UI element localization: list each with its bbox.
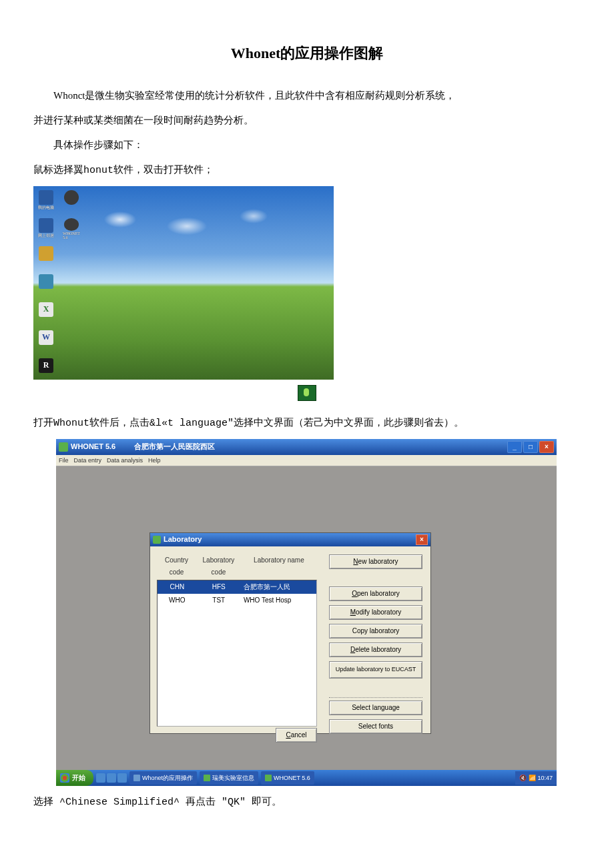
desktop-icon[interactable]: 网上邻居 [37, 218, 55, 240]
app-icon [59, 442, 68, 452]
page-title: Whonet的应用操作图解 [33, 40, 581, 67]
whonet-program-icon [298, 385, 316, 401]
desktop-icon[interactable] [37, 246, 55, 268]
select-fonts-button[interactable]: Select fonts [329, 719, 422, 734]
col-lab-name: Laboratory name [241, 553, 317, 580]
quicklaunch-icon[interactable] [107, 773, 116, 783]
dialog-titlebar: Laboratory × [150, 533, 430, 546]
dialog-close-button[interactable]: × [416, 534, 428, 545]
desktop-icons-column: 我的电脑 网上邻居 X W R [37, 190, 55, 380]
desktop-icon[interactable] [63, 190, 80, 211]
dialog-buttons: New laboratory Open laboratory Modify la… [329, 553, 422, 743]
desktop-icon[interactable]: 我的电脑 [37, 190, 55, 211]
desktop-icon[interactable] [37, 274, 55, 296]
close-button[interactable]: × [539, 441, 554, 453]
desktop-icon-word[interactable]: W [37, 330, 55, 352]
taskbar: 开始 Whonet的应用操作 瑞美实验室信息 WHONET 5.6 🔇 📶 10… [56, 770, 557, 786]
menubar: File Data entry Data analysis Help [56, 455, 557, 466]
col-country-code: Country code [157, 553, 196, 580]
desktop-icon-r[interactable]: R [37, 358, 55, 380]
dialog-icon [153, 536, 161, 544]
app-title: WHONET 5.6 [71, 440, 115, 454]
laboratory-list[interactable]: CHN HFS 合肥市第一人民 WHO TST WHO Test Hosp [157, 580, 317, 727]
delete-laboratory-button[interactable]: Delete laboratory [329, 642, 422, 657]
desktop-icon-whonet[interactable]: WHONET 5.6 [63, 218, 80, 240]
menu-data-analysis[interactable]: Data analysis [107, 455, 143, 466]
sky-clouds [87, 199, 287, 253]
desktop-icon-excel[interactable]: X [37, 302, 55, 324]
taskbar-item[interactable]: 瑞美实验室信息 [200, 771, 258, 785]
intro-paragraph-2: 并进行某种或某类细菌在一段时间耐药趋势分析。 [33, 111, 581, 129]
tray-icons: 🔇 📶 [519, 775, 537, 781]
minimize-button[interactable]: _ [507, 441, 522, 453]
step-3: 选择 ^Chinese Simplified^ 再点击 "QK" 即可。 [33, 793, 581, 811]
app-subtitle: 合肥市第一人民医院西区 [134, 440, 215, 454]
step-2: 打开Whonut软件后，点击&l«t language"选择中文界面（若己为中文… [33, 414, 581, 432]
quicklaunch-icon[interactable] [117, 773, 127, 783]
clock: 10:47 [537, 775, 553, 781]
select-language-button[interactable]: Select language [329, 701, 422, 715]
table-row[interactable]: CHN HFS 合肥市第一人民 [158, 580, 316, 594]
intro-paragraph-1: Whonct是微生物实验室经常使用的统计分析软件，且此软件中含有相应耐药规则分析… [33, 87, 581, 105]
start-button[interactable]: 开始 [56, 770, 93, 786]
laboratory-table: Country code Laboratory code Laboratory … [157, 553, 317, 743]
menu-data-entry[interactable]: Data entry [74, 455, 102, 466]
taskbar-item[interactable]: WHONET 5.6 [261, 771, 314, 785]
whonet-small-icon-row [33, 385, 581, 407]
menu-file[interactable]: File [59, 455, 69, 466]
quicklaunch-icon[interactable] [96, 773, 105, 783]
copy-laboratory-button[interactable]: Copy laboratory [329, 624, 422, 638]
cancel-button[interactable]: Cancel [276, 728, 317, 743]
dialog-title-text: Laboratory [164, 533, 202, 546]
desktop-screenshot: 我的电脑 网上邻居 X W R WHONET 5.6 [33, 186, 334, 380]
system-tray[interactable]: 🔇 📶 10:47 [515, 771, 557, 785]
menu-help[interactable]: Help [148, 455, 161, 466]
taskbar-item[interactable]: Whonet的应用操作 [129, 771, 197, 785]
maximize-button[interactable]: □ [523, 441, 538, 453]
update-laboratory-button[interactable]: Update laboratory to EUCAST [329, 661, 422, 679]
table-row[interactable]: WHO TST WHO Test Hosp [158, 594, 316, 607]
table-header: Country code Laboratory code Laboratory … [157, 553, 317, 580]
new-laboratory-button[interactable]: New laboratory [329, 554, 422, 569]
laboratory-dialog: Laboratory × Country code Laboratory cod… [149, 532, 431, 734]
col-lab-code: Laboratory code [196, 553, 241, 580]
step-1: 鼠标选择翼honut软件，双击打开软件； [33, 161, 581, 179]
steps-header: 具体操作步骤如下： [33, 136, 581, 154]
windows-logo-icon [60, 773, 69, 783]
window-titlebar: WHONET 5.6 合肥市第一人民医院西区 _ □ × [56, 439, 557, 455]
modify-laboratory-button[interactable]: Modify laboratory [329, 605, 422, 620]
open-laboratory-button[interactable]: Open laboratory [329, 586, 422, 601]
whonet-window: WHONET 5.6 合肥市第一人民医院西区 _ □ × File Data e… [56, 439, 557, 786]
